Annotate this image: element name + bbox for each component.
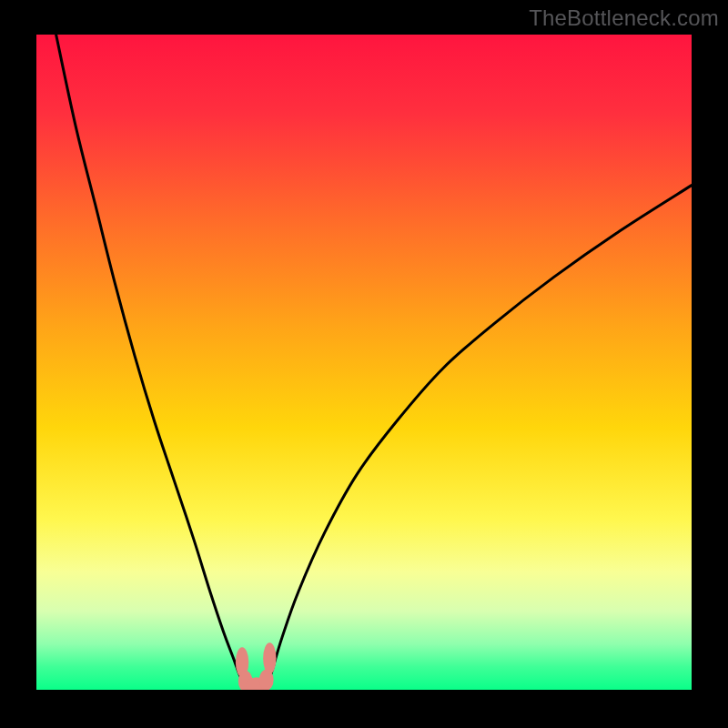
plot-background (36, 35, 692, 690)
marker-blob-4 (263, 642, 276, 674)
chart-frame: TheBottleneck.com (0, 0, 728, 728)
bottleneck-chart (0, 0, 728, 728)
